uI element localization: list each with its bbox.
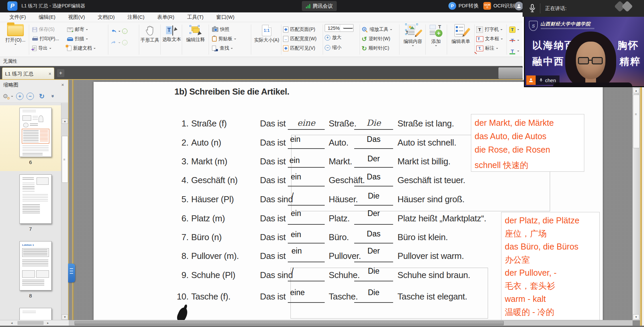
menu-comment[interactable]: 注释(C) xyxy=(123,13,149,22)
new-document-button[interactable]: ✱新建文档 xyxy=(67,44,96,53)
document-vertical-scrollbar[interactable]: ▲ ≡ ▼ xyxy=(633,80,640,320)
edit-form-button[interactable]: 编辑表单 xyxy=(448,22,474,57)
panel-vertical-scrollbar[interactable]: ▲ ≡ ▼ xyxy=(61,103,68,320)
rotate-cw-button[interactable]: ↻顺时针(C) xyxy=(362,44,392,53)
zoom-out-button[interactable]: −缩小 xyxy=(325,43,354,52)
rotate-ccw-button[interactable]: ↺逆时针(W) xyxy=(362,35,392,43)
scrollbar-thumb[interactable]: ≡ xyxy=(633,95,640,148)
snapshot-button[interactable]: 快照 xyxy=(212,25,236,34)
scrollbar-thumb[interactable] xyxy=(17,321,44,325)
rotate-page-icon[interactable]: ↻ xyxy=(39,93,45,100)
answer-text[interactable]: ein xyxy=(289,209,324,218)
answer-text[interactable]: Der xyxy=(355,154,392,163)
redo-icon[interactable] xyxy=(111,40,117,45)
typewriter-button[interactable]: T打字机 xyxy=(476,25,503,34)
fit-page-button[interactable]: ✥匹配页面(P) xyxy=(283,25,317,34)
menu-window[interactable]: 窗口(W) xyxy=(212,13,238,22)
scroll-up-button[interactable]: ▲ xyxy=(633,88,639,93)
add-button[interactable]: T+ 添加 xyxy=(427,22,445,57)
menu-form[interactable]: 表单(R) xyxy=(153,13,178,22)
document-horizontal-scrollbar[interactable] xyxy=(69,320,633,326)
textbox-button[interactable]: T_文本框 xyxy=(476,35,503,43)
scroll-left-button[interactable]: ◄ xyxy=(9,321,15,325)
print-button[interactable]: 打印(P)... xyxy=(32,35,59,43)
zoom-tool-button[interactable]: 缩放工具 xyxy=(362,25,392,34)
answer-text[interactable]: ein xyxy=(289,135,324,144)
answer-text[interactable]: / xyxy=(289,267,324,276)
save-button[interactable]: 保存(S) xyxy=(32,25,59,34)
panel-close-icon[interactable]: × xyxy=(61,83,64,87)
actual-size-button[interactable]: 1:1 实际大小(A) xyxy=(252,22,281,57)
document-tab[interactable]: L1 练习 汇总 × xyxy=(2,67,54,80)
answer-text[interactable]: Die xyxy=(355,192,392,201)
hand-tool-button[interactable]: 手形工具 xyxy=(140,22,160,57)
scroll-down-button[interactable]: ▼ xyxy=(62,314,68,320)
answer-text[interactable]: Die xyxy=(355,118,392,128)
page-thumbnail[interactable] xyxy=(19,174,52,224)
new-tab-button[interactable]: + xyxy=(57,69,64,77)
meeting-badge[interactable]: 腾讯会议 xyxy=(302,1,337,11)
strikethrough-text-button[interactable]: T xyxy=(509,36,519,45)
pdf-convert-button[interactable]: P PDF转换 xyxy=(448,2,479,10)
page-thumbnail[interactable]: Lektion 1 xyxy=(19,241,52,290)
answer-text[interactable]: ein xyxy=(289,230,324,239)
page-thumbnail[interactable] xyxy=(19,308,52,320)
answer-text[interactable]: Das xyxy=(355,172,392,181)
scroll-right-button[interactable]: ► xyxy=(45,321,51,325)
collapse-chevrons-icon[interactable]: » xyxy=(50,95,56,97)
menu-tools[interactable]: 工具(T) xyxy=(183,13,208,22)
tab-close-icon[interactable]: × xyxy=(49,71,51,76)
answer-text[interactable]: ein xyxy=(289,172,324,181)
panel-horizontal-scrollbar[interactable]: ◄ ► xyxy=(0,320,69,326)
scan-button[interactable]: 扫描 xyxy=(67,35,96,43)
menu-file[interactable]: 文件(F) xyxy=(5,13,30,22)
scrollbar-thumb[interactable]: ≡ xyxy=(62,136,68,183)
zoom-in-button[interactable]: +放大 xyxy=(325,33,354,42)
answer-text[interactable]: Das xyxy=(355,135,392,144)
answer-text[interactable]: eine xyxy=(289,288,324,297)
answer-text[interactable]: ein xyxy=(289,247,324,256)
menu-edit[interactable]: 编辑(E) xyxy=(35,13,59,22)
panel-toggle-handle[interactable] xyxy=(68,264,75,282)
clipboard-button[interactable]: 剪贴板 xyxy=(212,35,236,43)
thumbnail-zoom-in-button[interactable]: + xyxy=(16,93,23,100)
scrollbar-thumb[interactable] xyxy=(74,321,504,325)
answer-text[interactable]: Die xyxy=(355,267,392,276)
vocab-note-box[interactable]: der Markt, die Märkte das Auto, die Auto… xyxy=(471,114,584,172)
go-forward-button[interactable]: → xyxy=(122,40,127,45)
answer-text[interactable]: eine xyxy=(289,118,324,128)
scroll-down-button[interactable]: ▼ xyxy=(633,314,639,320)
vocab-note-box[interactable]: der Platz, die Plätze 座位，广场 das Büro, di… xyxy=(501,212,600,321)
answer-text[interactable]: Der xyxy=(355,247,392,256)
webcam-video[interactable]: S 山西财经大学中德学院 以海纳百 胸怀 融中西 精粹 chen xyxy=(524,17,644,87)
answer-text[interactable]: Die xyxy=(355,288,392,297)
underline-text-button[interactable]: T xyxy=(509,47,519,55)
page-thumbnail[interactable] xyxy=(19,108,52,157)
menu-view[interactable]: 视图(V) xyxy=(64,13,89,22)
edit-content-button[interactable]: T 编辑内容 xyxy=(401,22,425,57)
answer-text[interactable]: Der xyxy=(355,209,392,218)
menu-document[interactable]: 文档(D) xyxy=(94,13,119,22)
answer-text[interactable]: Das xyxy=(355,229,392,238)
highlight-text-button[interactable]: T xyxy=(509,25,519,34)
ocr-button[interactable]: OCR OCR识别 xyxy=(483,2,515,10)
microphone-icon[interactable] xyxy=(528,3,537,13)
edit-note-button[interactable]: 编辑注释 xyxy=(183,22,208,57)
answer-text[interactable]: / xyxy=(289,192,324,201)
thumbnail-zoom-out-button[interactable]: − xyxy=(26,93,34,100)
answer-text[interactable]: ein xyxy=(289,156,324,165)
select-text-button[interactable]: T 选取文本 xyxy=(162,22,182,57)
find-button[interactable]: 查找 xyxy=(212,44,236,53)
zoom-level-select[interactable]: 125% xyxy=(325,24,354,32)
export-button[interactable]: ➔导出 xyxy=(32,44,59,53)
fit-visible-button[interactable]: ✥匹配可见(V) xyxy=(283,44,317,53)
undo-icon[interactable] xyxy=(111,29,117,34)
account-avatar[interactable] xyxy=(515,2,523,10)
open-button[interactable]: 打开(O)... xyxy=(3,22,28,57)
fit-width-button[interactable]: ↔匹配宽度(W) xyxy=(283,35,317,43)
go-back-button[interactable]: ← xyxy=(122,29,127,34)
callout-button[interactable]: T.标注 xyxy=(476,44,503,53)
gear-icon[interactable]: ⚙ xyxy=(3,93,8,99)
scroll-up-button[interactable]: ▲ xyxy=(62,118,68,124)
mail-button[interactable]: 邮寄 xyxy=(67,25,96,34)
